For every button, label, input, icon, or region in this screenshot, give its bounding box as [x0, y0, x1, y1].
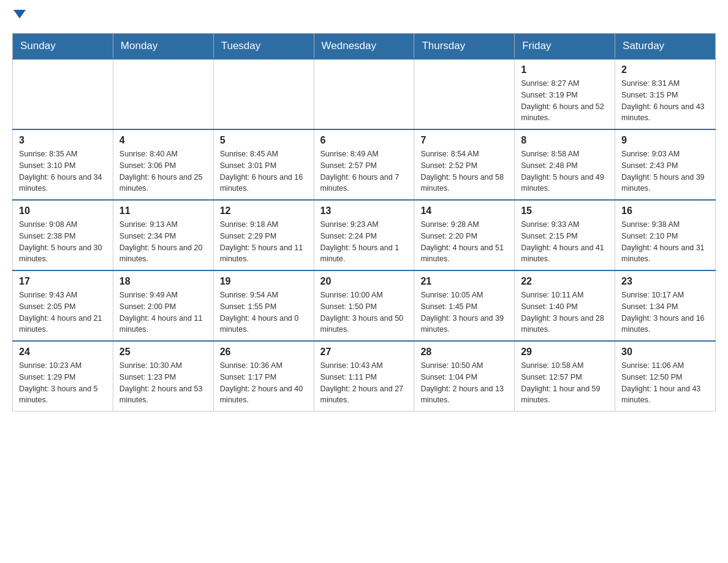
- calendar-cell: 26Sunrise: 10:36 AM Sunset: 1:17 PM Dayl…: [213, 341, 314, 412]
- calendar-cell: 15Sunrise: 9:33 AM Sunset: 2:15 PM Dayli…: [515, 200, 615, 270]
- calendar-cell: 12Sunrise: 9:18 AM Sunset: 2:29 PM Dayli…: [213, 200, 314, 270]
- calendar-cell: 4Sunrise: 8:40 AM Sunset: 3:06 PM Daylig…: [113, 129, 213, 200]
- calendar-cell: [213, 59, 314, 129]
- day-number: 14: [420, 205, 508, 216]
- day-info: Sunrise: 9:08 AM Sunset: 2:38 PM Dayligh…: [19, 219, 107, 265]
- day-number: 5: [220, 135, 308, 146]
- day-number: 26: [220, 347, 308, 358]
- day-number: 11: [119, 205, 207, 216]
- calendar-cell: 22Sunrise: 10:11 AM Sunset: 1:40 PM Dayl…: [515, 270, 615, 341]
- day-number: 9: [621, 135, 709, 146]
- day-info: Sunrise: 9:33 AM Sunset: 2:15 PM Dayligh…: [521, 219, 609, 265]
- day-info: Sunrise: 10:05 AM Sunset: 1:45 PM Daylig…: [420, 289, 508, 335]
- day-number: 6: [320, 135, 408, 146]
- day-number: 3: [19, 135, 107, 146]
- calendar-cell: 8Sunrise: 8:58 AM Sunset: 2:48 PM Daylig…: [515, 129, 615, 200]
- day-info: Sunrise: 8:45 AM Sunset: 3:01 PM Dayligh…: [220, 148, 308, 194]
- weekday-header-row: SundayMondayTuesdayWednesdayThursdayFrid…: [13, 34, 716, 59]
- day-number: 16: [621, 205, 709, 216]
- calendar-cell: 19Sunrise: 9:54 AM Sunset: 1:55 PM Dayli…: [213, 270, 314, 341]
- day-info: Sunrise: 10:23 AM Sunset: 1:29 PM Daylig…: [19, 360, 107, 406]
- calendar-cell: 27Sunrise: 10:43 AM Sunset: 1:11 PM Dayl…: [314, 341, 414, 412]
- day-info: Sunrise: 10:17 AM Sunset: 1:34 PM Daylig…: [621, 289, 709, 335]
- day-info: Sunrise: 10:36 AM Sunset: 1:17 PM Daylig…: [220, 360, 308, 406]
- day-info: Sunrise: 9:23 AM Sunset: 2:24 PM Dayligh…: [320, 219, 408, 265]
- day-info: Sunrise: 8:31 AM Sunset: 3:15 PM Dayligh…: [621, 78, 709, 124]
- weekday-header-sunday: Sunday: [13, 34, 113, 59]
- calendar-cell: 10Sunrise: 9:08 AM Sunset: 2:38 PM Dayli…: [13, 200, 113, 270]
- weekday-header-wednesday: Wednesday: [314, 34, 414, 59]
- day-info: Sunrise: 10:00 AM Sunset: 1:50 PM Daylig…: [320, 289, 408, 335]
- day-info: Sunrise: 10:50 AM Sunset: 1:04 PM Daylig…: [420, 360, 508, 406]
- day-number: 29: [521, 347, 609, 358]
- weekday-header-monday: Monday: [113, 34, 213, 59]
- day-number: 7: [420, 135, 508, 146]
- calendar-cell: [113, 59, 213, 129]
- day-info: Sunrise: 8:49 AM Sunset: 2:57 PM Dayligh…: [320, 148, 408, 194]
- day-info: Sunrise: 8:40 AM Sunset: 3:06 PM Dayligh…: [119, 148, 207, 194]
- weekday-header-tuesday: Tuesday: [213, 34, 314, 59]
- calendar-cell: 9Sunrise: 9:03 AM Sunset: 2:43 PM Daylig…: [615, 129, 716, 200]
- calendar-cell: [414, 59, 515, 129]
- calendar-cell: 11Sunrise: 9:13 AM Sunset: 2:34 PM Dayli…: [113, 200, 213, 270]
- calendar-cell: 1Sunrise: 8:27 AM Sunset: 3:19 PM Daylig…: [515, 59, 615, 129]
- day-info: Sunrise: 11:06 AM Sunset: 12:50 PM Dayli…: [621, 360, 709, 406]
- day-info: Sunrise: 9:28 AM Sunset: 2:20 PM Dayligh…: [420, 219, 508, 265]
- day-number: 12: [220, 205, 308, 216]
- day-number: 15: [521, 205, 609, 216]
- calendar-week-4: 17Sunrise: 9:43 AM Sunset: 2:05 PM Dayli…: [13, 270, 716, 341]
- day-info: Sunrise: 9:49 AM Sunset: 2:00 PM Dayligh…: [119, 289, 207, 335]
- day-info: Sunrise: 10:11 AM Sunset: 1:40 PM Daylig…: [521, 289, 609, 335]
- calendar-cell: 23Sunrise: 10:17 AM Sunset: 1:34 PM Dayl…: [615, 270, 716, 341]
- day-number: 22: [521, 276, 609, 287]
- day-number: 20: [320, 276, 408, 287]
- day-info: Sunrise: 10:43 AM Sunset: 1:11 PM Daylig…: [320, 360, 408, 406]
- day-info: Sunrise: 10:30 AM Sunset: 1:23 PM Daylig…: [119, 360, 207, 406]
- calendar-cell: 29Sunrise: 10:58 AM Sunset: 12:57 PM Day…: [515, 341, 615, 412]
- calendar-week-1: 1Sunrise: 8:27 AM Sunset: 3:19 PM Daylig…: [13, 59, 716, 129]
- day-info: Sunrise: 9:38 AM Sunset: 2:10 PM Dayligh…: [621, 219, 709, 265]
- day-number: 4: [119, 135, 207, 146]
- calendar-cell: 28Sunrise: 10:50 AM Sunset: 1:04 PM Dayl…: [414, 341, 515, 412]
- day-number: 30: [621, 347, 709, 358]
- day-number: 24: [19, 347, 107, 358]
- day-number: 10: [19, 205, 107, 216]
- calendar-cell: [13, 59, 113, 129]
- day-number: 19: [220, 276, 308, 287]
- calendar-cell: [314, 59, 414, 129]
- calendar-cell: 30Sunrise: 11:06 AM Sunset: 12:50 PM Day…: [615, 341, 716, 412]
- day-info: Sunrise: 9:54 AM Sunset: 1:55 PM Dayligh…: [220, 289, 308, 335]
- day-number: 1: [521, 64, 609, 75]
- day-info: Sunrise: 9:13 AM Sunset: 2:34 PM Dayligh…: [119, 219, 207, 265]
- calendar-cell: 7Sunrise: 8:54 AM Sunset: 2:52 PM Daylig…: [414, 129, 515, 200]
- calendar-cell: 13Sunrise: 9:23 AM Sunset: 2:24 PM Dayli…: [314, 200, 414, 270]
- day-info: Sunrise: 8:27 AM Sunset: 3:19 PM Dayligh…: [521, 78, 609, 124]
- calendar-cell: 25Sunrise: 10:30 AM Sunset: 1:23 PM Dayl…: [113, 341, 213, 412]
- day-number: 8: [521, 135, 609, 146]
- day-number: 17: [19, 276, 107, 287]
- day-number: 28: [420, 347, 508, 358]
- calendar-week-5: 24Sunrise: 10:23 AM Sunset: 1:29 PM Dayl…: [13, 341, 716, 412]
- day-number: 2: [621, 64, 709, 75]
- logo: [12, 12, 26, 21]
- weekday-header-thursday: Thursday: [414, 34, 515, 59]
- day-number: 18: [119, 276, 207, 287]
- calendar-cell: 3Sunrise: 8:35 AM Sunset: 3:10 PM Daylig…: [13, 129, 113, 200]
- calendar-cell: 16Sunrise: 9:38 AM Sunset: 2:10 PM Dayli…: [615, 200, 716, 270]
- calendar-cell: 6Sunrise: 8:49 AM Sunset: 2:57 PM Daylig…: [314, 129, 414, 200]
- calendar-table: SundayMondayTuesdayWednesdayThursdayFrid…: [12, 33, 716, 412]
- day-info: Sunrise: 8:54 AM Sunset: 2:52 PM Dayligh…: [420, 148, 508, 194]
- day-info: Sunrise: 9:03 AM Sunset: 2:43 PM Dayligh…: [621, 148, 709, 194]
- day-info: Sunrise: 8:35 AM Sunset: 3:10 PM Dayligh…: [19, 148, 107, 194]
- calendar-cell: 18Sunrise: 9:49 AM Sunset: 2:00 PM Dayli…: [113, 270, 213, 341]
- calendar-cell: 14Sunrise: 9:28 AM Sunset: 2:20 PM Dayli…: [414, 200, 515, 270]
- calendar-cell: 24Sunrise: 10:23 AM Sunset: 1:29 PM Dayl…: [13, 341, 113, 412]
- weekday-header-saturday: Saturday: [615, 34, 716, 59]
- calendar-week-2: 3Sunrise: 8:35 AM Sunset: 3:10 PM Daylig…: [13, 129, 716, 200]
- day-info: Sunrise: 8:58 AM Sunset: 2:48 PM Dayligh…: [521, 148, 609, 194]
- day-number: 13: [320, 205, 408, 216]
- calendar-cell: 17Sunrise: 9:43 AM Sunset: 2:05 PM Dayli…: [13, 270, 113, 341]
- day-info: Sunrise: 9:43 AM Sunset: 2:05 PM Dayligh…: [19, 289, 107, 335]
- calendar-cell: 5Sunrise: 8:45 AM Sunset: 3:01 PM Daylig…: [213, 129, 314, 200]
- day-info: Sunrise: 9:18 AM Sunset: 2:29 PM Dayligh…: [220, 219, 308, 265]
